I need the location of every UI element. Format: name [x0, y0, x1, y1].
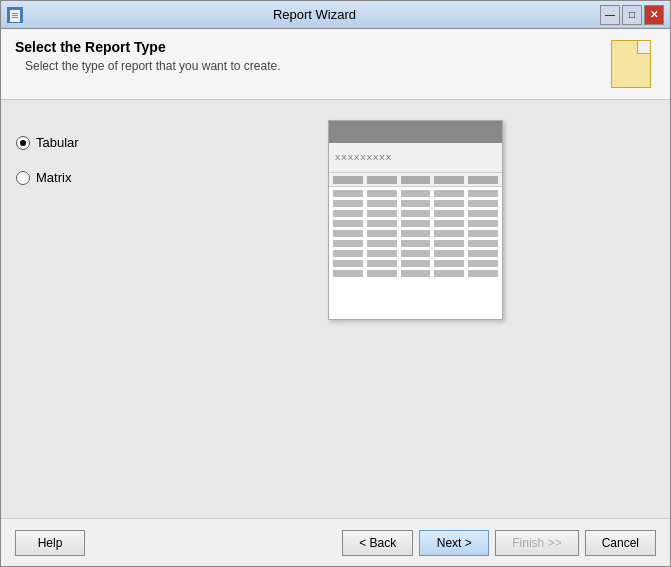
cell-5-2	[367, 230, 397, 237]
report-preview: XXXXXXXXX	[328, 120, 503, 320]
cell-3-5	[468, 210, 498, 217]
header-section: Select the Report Type Select the type o…	[1, 29, 670, 100]
wizard-footer: Help < Back Next > Finish >> Cancel	[1, 518, 670, 566]
cell-8-4	[434, 260, 464, 267]
main-content: Tabular Matrix XXXXXXXXX	[1, 100, 670, 518]
header-subtitle: Select the type of report that you want …	[25, 59, 606, 73]
cell-7-4	[434, 250, 464, 257]
cell-4-4	[434, 220, 464, 227]
cell-2-4	[434, 200, 464, 207]
cell-8-2	[367, 260, 397, 267]
cell-9-1	[333, 270, 363, 277]
cell-1-5	[468, 190, 498, 197]
cell-7-2	[367, 250, 397, 257]
app-icon	[7, 7, 23, 23]
matrix-label: Matrix	[36, 170, 71, 185]
col-header-3	[401, 176, 431, 184]
matrix-radio[interactable]	[16, 171, 30, 185]
col-header-2	[367, 176, 397, 184]
preview-top-bar	[329, 121, 502, 143]
data-row-4	[333, 219, 498, 227]
header-title: Select the Report Type	[15, 39, 606, 55]
footer-left-buttons: Help	[15, 530, 85, 556]
cell-7-1	[333, 250, 363, 257]
back-button[interactable]: < Back	[342, 530, 413, 556]
cell-4-3	[401, 220, 431, 227]
data-row-9	[333, 269, 498, 277]
cell-6-3	[401, 240, 431, 247]
cell-4-2	[367, 220, 397, 227]
cell-1-3	[401, 190, 431, 197]
cell-9-3	[401, 270, 431, 277]
data-row-5	[333, 229, 498, 237]
cell-1-2	[367, 190, 397, 197]
cell-8-5	[468, 260, 498, 267]
preview-title-area: XXXXXXXXX	[329, 143, 502, 173]
cell-2-5	[468, 200, 498, 207]
cell-8-3	[401, 260, 431, 267]
header-text: Select the Report Type Select the type o…	[15, 39, 606, 73]
cell-4-5	[468, 220, 498, 227]
cell-8-1	[333, 260, 363, 267]
paper-icon	[611, 40, 651, 88]
cancel-button[interactable]: Cancel	[585, 530, 656, 556]
cell-1-1	[333, 190, 363, 197]
cell-2-3	[401, 200, 431, 207]
cell-9-4	[434, 270, 464, 277]
cell-7-3	[401, 250, 431, 257]
data-row-1	[333, 189, 498, 197]
titlebar: Report Wizard — □ ✕	[1, 1, 670, 29]
data-row-8	[333, 259, 498, 267]
col-header-1	[333, 176, 363, 184]
cell-6-2	[367, 240, 397, 247]
cell-5-1	[333, 230, 363, 237]
svg-rect-4	[12, 17, 18, 18]
matrix-option[interactable]: Matrix	[16, 170, 156, 185]
preview-data-rows	[329, 187, 502, 279]
cell-5-5	[468, 230, 498, 237]
report-type-options: Tabular Matrix	[16, 115, 156, 503]
data-row-2	[333, 199, 498, 207]
report-preview-area: XXXXXXXXX	[176, 115, 655, 503]
cell-2-1	[333, 200, 363, 207]
cell-4-1	[333, 220, 363, 227]
data-row-3	[333, 209, 498, 217]
footer-nav-buttons: < Back Next > Finish >> Cancel	[342, 530, 656, 556]
col-header-4	[434, 176, 464, 184]
tabular-option[interactable]: Tabular	[16, 135, 156, 150]
cell-6-5	[468, 240, 498, 247]
preview-title-text: XXXXXXXXX	[335, 153, 392, 162]
cell-9-5	[468, 270, 498, 277]
tabular-radio[interactable]	[16, 136, 30, 150]
window-title: Report Wizard	[29, 7, 600, 22]
svg-rect-3	[12, 15, 18, 16]
titlebar-controls: — □ ✕	[600, 5, 664, 25]
header-icon-area	[606, 39, 656, 89]
help-button[interactable]: Help	[15, 530, 85, 556]
cell-6-1	[333, 240, 363, 247]
cell-3-1	[333, 210, 363, 217]
col-header-5	[468, 176, 498, 184]
svg-rect-2	[12, 13, 18, 14]
cell-5-3	[401, 230, 431, 237]
cell-3-2	[367, 210, 397, 217]
cell-6-4	[434, 240, 464, 247]
cell-3-3	[401, 210, 431, 217]
cell-1-4	[434, 190, 464, 197]
cell-5-4	[434, 230, 464, 237]
cell-3-4	[434, 210, 464, 217]
finish-button[interactable]: Finish >>	[495, 530, 578, 556]
minimize-button[interactable]: —	[600, 5, 620, 25]
maximize-button[interactable]: □	[622, 5, 642, 25]
report-wizard-window: Report Wizard — □ ✕ Select the Report Ty…	[0, 0, 671, 567]
data-row-7	[333, 249, 498, 257]
next-button[interactable]: Next >	[419, 530, 489, 556]
cell-7-5	[468, 250, 498, 257]
cell-2-2	[367, 200, 397, 207]
close-button[interactable]: ✕	[644, 5, 664, 25]
tabular-label: Tabular	[36, 135, 79, 150]
preview-col-headers	[329, 173, 502, 187]
data-row-6	[333, 239, 498, 247]
cell-9-2	[367, 270, 397, 277]
